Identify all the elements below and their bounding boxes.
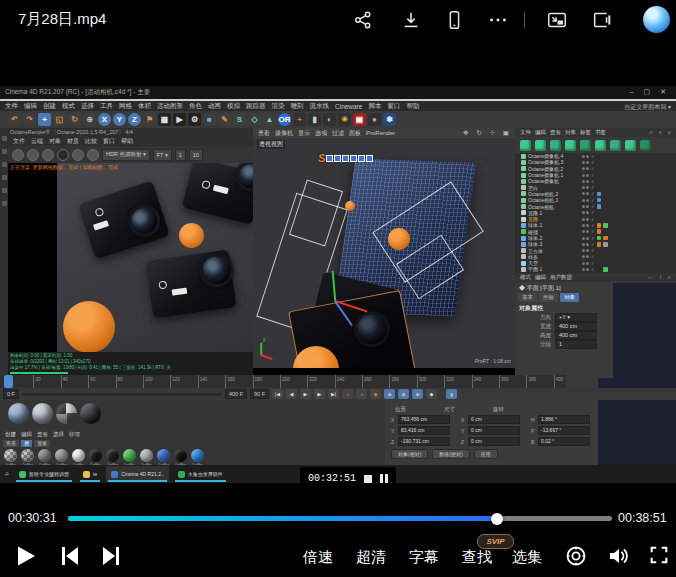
c4d-tool-icon: Z bbox=[128, 113, 141, 126]
coordinates-headers: 位置尺寸旋转 bbox=[385, 400, 598, 413]
settings-icon[interactable] bbox=[564, 544, 588, 568]
enabled-check-icon: ✓ bbox=[591, 173, 595, 178]
coordinates-grid: X763.456 cm X0 cm H1.866 ° Y83.416 cm Y0… bbox=[385, 415, 598, 446]
find-button[interactable]: 查找 bbox=[462, 548, 492, 567]
taskbar-underline bbox=[16, 480, 72, 482]
material-tag-chip bbox=[603, 185, 608, 190]
octane-tool-icon bbox=[42, 149, 54, 161]
octane-tool-icon bbox=[72, 149, 84, 161]
material-preview-sphere bbox=[8, 403, 29, 424]
progress-bar[interactable] bbox=[68, 516, 612, 521]
volume-icon[interactable] bbox=[606, 544, 630, 568]
share-icon[interactable] bbox=[352, 9, 374, 31]
render-camera-3 bbox=[145, 249, 236, 318]
visibility-dots bbox=[582, 192, 589, 195]
enabled-check-icon: ✓ bbox=[591, 223, 595, 228]
material-tag-chip bbox=[597, 185, 602, 190]
preview-end-field: 90 F bbox=[250, 389, 269, 399]
om-create-icon bbox=[535, 140, 546, 151]
octane-menu-item: 窗口 bbox=[103, 137, 115, 146]
render-camera-2 bbox=[182, 163, 253, 225]
enabled-check-icon: ✓ bbox=[591, 242, 595, 247]
material-tag-chip bbox=[597, 192, 602, 197]
object-type-icon bbox=[521, 173, 526, 178]
taskbar-app-button: te bbox=[78, 466, 102, 482]
object-type-icon bbox=[521, 223, 526, 228]
pip-icon[interactable] bbox=[546, 9, 568, 31]
c4d-menu-item: 创建 bbox=[43, 102, 56, 111]
material-tag-chip bbox=[597, 267, 602, 272]
material-tag-chip bbox=[597, 223, 602, 228]
c4d-menu-item: 体积 bbox=[138, 102, 151, 111]
timeline-tick: 300 bbox=[417, 375, 444, 388]
material-tag-chip bbox=[603, 166, 608, 171]
prev-key-button: ◀ bbox=[286, 389, 297, 399]
screen-recorder-overlay: 00:32:51 bbox=[300, 467, 396, 490]
player-controls: 倍速 超清 字幕 查找 SVIP 选集 bbox=[0, 536, 676, 577]
quality-button[interactable]: 超清 bbox=[356, 548, 386, 567]
octane-menu-item: 材质 bbox=[67, 137, 79, 146]
material-tag-chip bbox=[603, 242, 608, 247]
c4d-menu-item: 脚本 bbox=[368, 102, 381, 111]
c4d-menu-item: 雕刻 bbox=[291, 102, 304, 111]
goto-start-button: |◀ bbox=[272, 389, 283, 399]
next-icon[interactable] bbox=[101, 544, 121, 568]
c4d-tool-icon: ◱ bbox=[53, 113, 66, 126]
episodes-button[interactable]: 选集 bbox=[512, 548, 542, 567]
octane-tool-icon bbox=[87, 149, 99, 161]
om-create-icon bbox=[625, 140, 636, 151]
om-menu-item: 文件 bbox=[520, 129, 531, 136]
video-frame[interactable]: Cinema 4D R21.207 (RC) - [运动相机.c4d *] - … bbox=[0, 40, 676, 500]
download-icon[interactable] bbox=[400, 9, 422, 31]
c4d-tool-icon: X bbox=[98, 113, 111, 126]
c4d-menu-item: 网格 bbox=[119, 102, 132, 111]
object-type-icon bbox=[521, 185, 526, 190]
viewport-menu-item: 显示 bbox=[298, 129, 310, 138]
play-icon[interactable] bbox=[15, 544, 37, 568]
coord-button: 数值(绝对) bbox=[432, 449, 469, 459]
visibility-dots bbox=[582, 186, 589, 189]
more-icon[interactable] bbox=[487, 9, 509, 31]
user-avatar[interactable] bbox=[643, 6, 670, 33]
object-type-icon bbox=[521, 242, 526, 247]
field-1: 1 bbox=[175, 149, 186, 161]
enabled-check-icon: ✓ bbox=[591, 179, 595, 184]
om-menu-item: 查看 bbox=[550, 129, 561, 136]
object-type-icon bbox=[521, 254, 526, 259]
material-tag-chip bbox=[603, 255, 608, 260]
autokey-button: ● bbox=[356, 389, 367, 399]
render-stat-line: 渲染中 17.7% | 采样/像素: 13/80 | 时间: 0:41 | 网格… bbox=[8, 365, 253, 371]
taskbar-app-button: 大角虫录屏软件 bbox=[173, 466, 228, 482]
enabled-check-icon: ✓ bbox=[591, 204, 595, 209]
app-icon bbox=[19, 471, 26, 478]
coord-column-header: 旋转 bbox=[493, 406, 504, 413]
material-tag-chip bbox=[597, 166, 602, 171]
c4d-menu-item: 渲染 bbox=[272, 102, 285, 111]
c4d-tool-icon: + bbox=[293, 113, 306, 126]
render-sphere-large bbox=[63, 301, 115, 352]
viewport-sphere-small bbox=[345, 201, 355, 211]
object-type-icon bbox=[521, 198, 526, 203]
progress-thumb[interactable] bbox=[491, 513, 503, 525]
play-forward-button: ▶ bbox=[300, 389, 311, 399]
c4d-tool-icon: ☀ bbox=[338, 113, 351, 126]
fullscreen-icon[interactable] bbox=[648, 544, 670, 566]
c4d-menu-item: 帮助 bbox=[406, 102, 419, 111]
taskbar-underline bbox=[80, 480, 100, 482]
previous-icon[interactable] bbox=[60, 544, 80, 568]
material-tag-chip bbox=[603, 192, 608, 197]
render-progress-bar bbox=[10, 372, 68, 374]
object-type-icon bbox=[521, 166, 526, 171]
sidebar-icon[interactable] bbox=[591, 9, 613, 31]
subtitles-button[interactable]: 字幕 bbox=[409, 548, 439, 567]
material-tag-chip bbox=[597, 236, 602, 241]
octane-menu-item: 对象 bbox=[49, 137, 61, 146]
object-row: 平面.1 ✓ bbox=[515, 266, 676, 272]
c4d-tool-icon: ✽ bbox=[383, 113, 396, 126]
phone-icon[interactable] bbox=[443, 9, 465, 31]
speed-button[interactable]: 倍速 bbox=[303, 548, 333, 567]
c4d-menu-items: 文件编辑创建模式选择工具网格体积运动图形角色动画模拟跟踪器渲染雕刻流水线Cine… bbox=[0, 101, 676, 111]
enabled-check-icon: ✓ bbox=[591, 198, 595, 203]
timeline-tick: 100 bbox=[143, 375, 170, 388]
material-tag-chip bbox=[597, 211, 602, 216]
